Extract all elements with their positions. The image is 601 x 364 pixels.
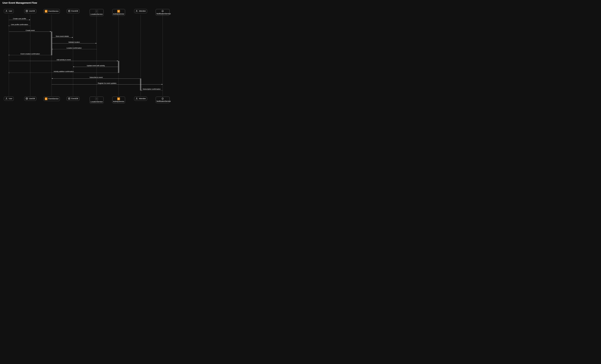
participant-eventdb-top: EventDB bbox=[67, 9, 80, 13]
message-label: Activity addition confirmation bbox=[54, 71, 74, 73]
db-icon bbox=[26, 10, 28, 12]
lambda-icon bbox=[45, 10, 48, 13]
loc-icon bbox=[95, 10, 98, 13]
message-arrow bbox=[96, 43, 97, 44]
message-line bbox=[9, 20, 30, 20]
person-icon bbox=[5, 97, 8, 100]
message-label: Subscribe to event bbox=[90, 76, 103, 79]
participant-user-top: User bbox=[4, 9, 14, 13]
lifeline-locationservice bbox=[97, 15, 97, 96]
participant-attendee-top: Attendee bbox=[134, 9, 147, 13]
participant-label: EventDB bbox=[71, 98, 78, 100]
svg-point-7 bbox=[68, 98, 70, 98]
person-icon bbox=[5, 10, 8, 12]
message-label: Create user profile bbox=[13, 18, 26, 20]
message-line bbox=[52, 43, 97, 43]
participant-label: User bbox=[9, 98, 12, 100]
participant-label: User bbox=[9, 10, 12, 12]
bell-icon bbox=[161, 97, 164, 100]
message-arrow bbox=[117, 61, 118, 61]
participant-user-bottom: User bbox=[4, 97, 14, 101]
participant-label: NotificationService bbox=[157, 100, 169, 102]
participant-eventservice-bottom: EventService bbox=[43, 97, 60, 101]
participant-label: EventDB bbox=[71, 10, 78, 12]
participant-label: LocationService bbox=[90, 101, 103, 103]
loc-icon bbox=[95, 97, 98, 100]
svg-point-5 bbox=[6, 98, 7, 99]
participant-locationservice-bottom: LocationService bbox=[90, 97, 104, 103]
activation-eventservice bbox=[51, 31, 52, 55]
message-label: Subscription confirmation bbox=[143, 88, 160, 90]
activation-attendee bbox=[140, 79, 141, 91]
participant-label: EventService bbox=[49, 98, 59, 100]
message-label: Add activity to event bbox=[57, 59, 71, 61]
svg-point-8 bbox=[97, 99, 97, 99]
message-arrow bbox=[52, 78, 53, 79]
bell-icon bbox=[161, 10, 164, 12]
participant-activityservice-bottom: ActivityService bbox=[112, 97, 125, 103]
svg-point-2 bbox=[68, 10, 70, 11]
message-label: Location confirmation bbox=[67, 47, 82, 49]
svg-point-3 bbox=[97, 11, 97, 11]
db-icon bbox=[26, 97, 28, 100]
person-icon bbox=[135, 10, 138, 12]
participant-eventdb-bottom: EventDB bbox=[67, 97, 80, 101]
participant-label: Attendee bbox=[139, 98, 146, 100]
participant-userdb-top: UserDB bbox=[24, 9, 36, 13]
svg-point-4 bbox=[136, 10, 137, 11]
participant-label: UserDB bbox=[29, 98, 35, 100]
message-line bbox=[9, 31, 51, 32]
svg-point-9 bbox=[136, 98, 137, 99]
activation-activityservice bbox=[118, 61, 119, 73]
message-arrow bbox=[162, 84, 163, 85]
lambda-icon bbox=[45, 97, 48, 100]
message-label: Store event details bbox=[56, 35, 69, 37]
message-label: Event creation confirmation bbox=[20, 53, 40, 55]
lambda-icon bbox=[117, 97, 120, 100]
participant-eventservice-top: EventService bbox=[43, 9, 60, 13]
message-label: Validate location bbox=[68, 41, 80, 43]
message-arrow bbox=[50, 31, 51, 32]
participant-label: ActivityService bbox=[113, 101, 124, 102]
message-arrow bbox=[73, 66, 74, 67]
message-line bbox=[52, 49, 97, 49]
svg-point-1 bbox=[26, 10, 28, 11]
svg-point-6 bbox=[26, 98, 28, 98]
participant-label: Attendee bbox=[139, 10, 146, 12]
diagram-canvas: User Event Management Flow UserUserDBEve… bbox=[0, 0, 183, 112]
participant-label: EventService bbox=[49, 10, 59, 12]
participant-attendee-bottom: Attendee bbox=[134, 97, 147, 101]
message-line bbox=[52, 37, 73, 38]
lifeline-eventdb bbox=[73, 15, 73, 96]
message-label: User profile confirmation bbox=[11, 24, 28, 26]
message-arrow bbox=[72, 37, 73, 38]
message-line bbox=[9, 26, 30, 26]
db-icon bbox=[68, 97, 70, 100]
lambda-icon bbox=[117, 10, 120, 13]
participant-label: NotificationService bbox=[157, 13, 169, 15]
participant-notificationservice-bottom: NotificationService bbox=[156, 97, 170, 103]
message-label: Update event with activity bbox=[87, 65, 105, 67]
message-arrow bbox=[29, 19, 30, 20]
svg-point-0 bbox=[6, 10, 7, 11]
message-label: Register for event updates bbox=[98, 82, 116, 84]
db-icon bbox=[68, 10, 70, 12]
diagram-title: User Event Management Flow bbox=[2, 1, 37, 4]
message-label: Create event bbox=[26, 30, 35, 31]
person-icon bbox=[135, 97, 138, 100]
participant-userdb-bottom: UserDB bbox=[24, 97, 36, 101]
participant-label: UserDB bbox=[29, 10, 35, 12]
lifeline-activityservice bbox=[119, 15, 119, 96]
